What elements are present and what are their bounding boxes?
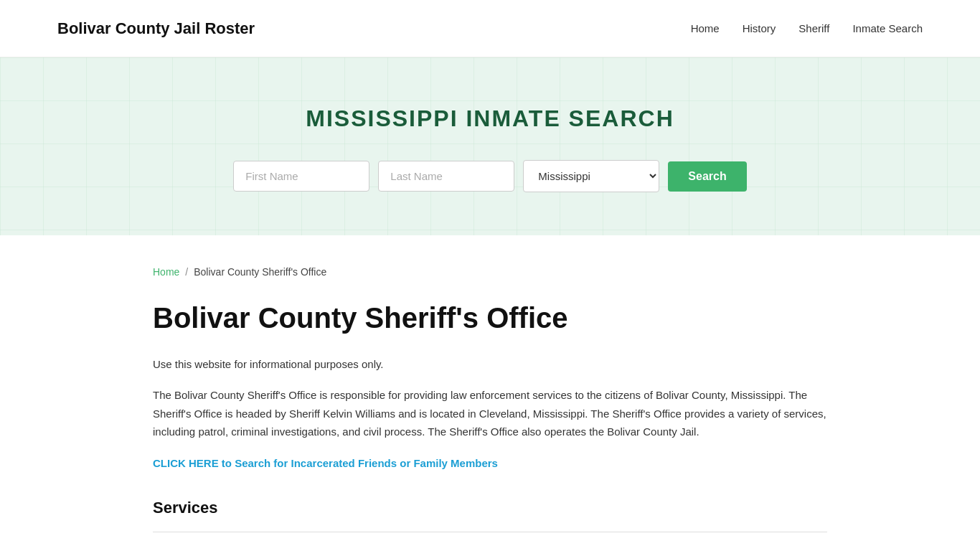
search-button[interactable]: Search [668, 161, 746, 192]
nav-item-home[interactable]: Home [691, 19, 720, 38]
nav-link-inmate-search[interactable]: Inmate Search [852, 22, 923, 34]
first-name-input[interactable] [233, 161, 369, 192]
hero-title: MISSISSIPPI INMATE SEARCH [14, 100, 966, 137]
breadcrumb-home[interactable]: Home [153, 264, 179, 280]
state-select[interactable]: Mississippi Alabama Arkansas Louisiana T… [523, 160, 659, 192]
cta-link[interactable]: CLICK HERE to Search for Incarcerated Fr… [153, 455, 498, 472]
nav-item-inmate-search[interactable]: Inmate Search [852, 19, 923, 38]
services-heading: Services [153, 495, 827, 520]
intro-paragraph: Use this website for informational purpo… [153, 355, 827, 374]
patrol-heading: Patrol [153, 547, 827, 551]
main-nav: Home History Sheriff Inmate Search [691, 19, 923, 38]
site-logo[interactable]: Bolivar County Jail Roster [57, 16, 255, 41]
services-divider [153, 532, 827, 532]
nav-link-history[interactable]: History [743, 22, 776, 34]
hero-banner: MISSISSIPPI INMATE SEARCH Mississippi Al… [0, 57, 980, 235]
inmate-search-form: Mississippi Alabama Arkansas Louisiana T… [14, 160, 966, 192]
nav-item-history[interactable]: History [743, 19, 776, 38]
breadcrumb-current: Bolivar County Sheriff's Office [194, 264, 326, 280]
breadcrumb: Home / Bolivar County Sheriff's Office [153, 264, 827, 280]
nav-list: Home History Sheriff Inmate Search [691, 19, 923, 38]
description-paragraph: The Bolivar County Sheriff's Office is r… [153, 386, 827, 441]
last-name-input[interactable] [378, 161, 514, 192]
main-content: Home / Bolivar County Sheriff's Office B… [95, 235, 885, 551]
nav-link-home[interactable]: Home [691, 22, 720, 34]
nav-link-sheriff[interactable]: Sheriff [798, 22, 829, 34]
page-title: Bolivar County Sheriff's Office [153, 301, 827, 335]
site-header: Bolivar County Jail Roster Home History … [0, 0, 980, 57]
nav-item-sheriff[interactable]: Sheriff [798, 19, 829, 38]
breadcrumb-separator: / [185, 264, 188, 280]
